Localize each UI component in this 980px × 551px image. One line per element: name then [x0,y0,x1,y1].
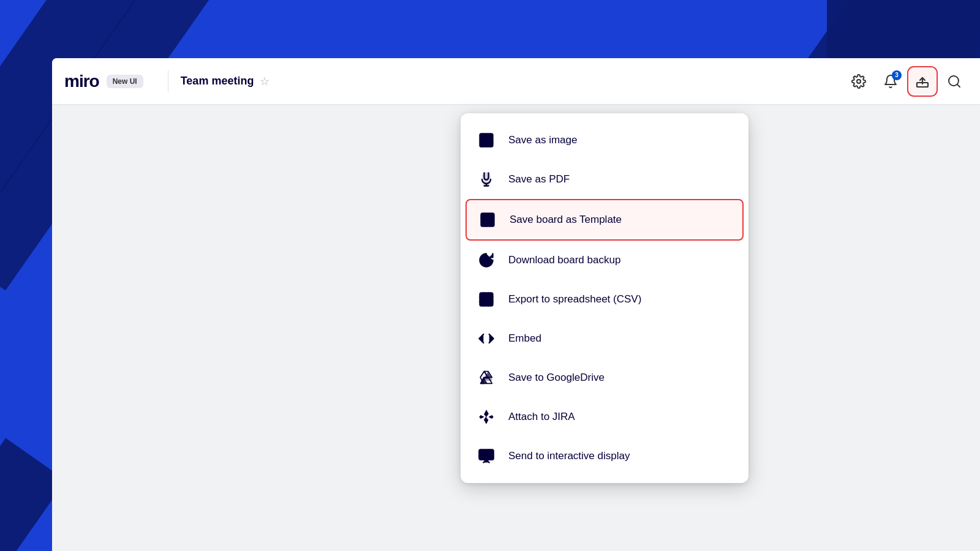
search-button[interactable] [941,68,968,95]
settings-button[interactable] [845,68,872,95]
star-icon[interactable]: ☆ [260,75,270,88]
search-icon [947,74,962,89]
image-icon [475,129,497,151]
menu-item-jira-label: Attach to JIRA [508,411,575,423]
menu-item-save-pdf[interactable]: Save as PDF [461,160,748,199]
googledrive-icon [475,367,497,389]
template-icon [477,209,499,231]
menu-item-save-template[interactable]: Save board as Template [466,199,744,241]
logo-area: miro New UI [64,72,156,91]
backup-icon [475,249,497,271]
menu-item-export-csv[interactable]: Export to spreadsheet (CSV) [461,280,748,319]
embed-icon [475,328,497,350]
menu-item-download-backup-label: Download board backup [508,254,620,266]
export-icon [915,74,930,89]
svg-rect-12 [480,293,493,306]
menu-item-save-pdf-label: Save as PDF [508,173,570,186]
jira-icon [475,406,497,428]
menu-item-embed[interactable]: Embed [461,319,748,358]
menu-item-embed-label: Embed [508,332,541,345]
svg-point-0 [857,80,861,83]
export-button[interactable] [909,68,936,95]
spreadsheet-icon [475,288,497,310]
menu-item-export-csv-label: Export to spreadsheet (CSV) [508,293,641,305]
pdf-icon [475,168,497,190]
board-title-area: Team meeting ☆ [181,75,845,88]
svg-point-6 [483,137,485,139]
svg-rect-9 [481,214,494,227]
menu-item-google-drive[interactable]: Save to GoogleDrive [461,358,748,397]
menu-item-interactive-display-label: Send to interactive display [508,450,630,462]
menu-item-interactive-display[interactable]: Send to interactive display [461,437,748,476]
header-divider [168,70,168,92]
menu-item-download-backup[interactable]: Download board backup [461,241,748,280]
svg-line-4 [957,84,960,86]
new-ui-badge[interactable]: New UI [107,75,143,88]
menu-item-save-image[interactable]: Save as image [461,121,748,160]
notification-badge: 3 [892,70,902,80]
gear-icon [851,74,866,89]
notifications-button[interactable]: 3 [877,68,904,95]
header: miro New UI Team meeting ☆ 3 [52,58,980,104]
miro-logo: miro [64,72,99,91]
menu-item-save-image-label: Save as image [508,134,577,146]
header-actions: 3 [845,68,968,95]
menu-item-save-template-label: Save board as Template [510,214,622,226]
board-title: Team meeting [181,75,254,88]
menu-item-jira[interactable]: Attach to JIRA [461,397,748,437]
export-dropdown: Save as image Save as PDF Save board as … [461,113,748,483]
display-icon [475,445,497,467]
menu-item-google-drive-label: Save to GoogleDrive [508,372,605,384]
